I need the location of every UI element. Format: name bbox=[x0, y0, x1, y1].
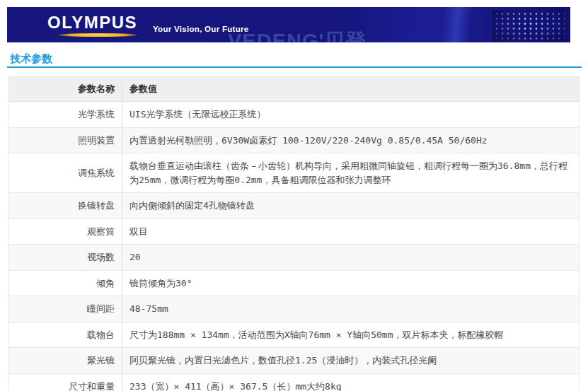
param-value-cell: UIS光学系统（无限远校正系统） bbox=[122, 102, 580, 128]
spec-row: 光学系统 UIS光学系统（无限远校正系统） bbox=[9, 102, 580, 128]
spec-table-header-row: 参数名称 参数值 bbox=[9, 77, 580, 102]
spec-row: 换镜转盘 向内侧倾斜的固定4孔物镜转盘 bbox=[9, 193, 580, 219]
spec-table: 参数名称 参数值 光学系统 UIS光学系统（无限远校正系统） 照明装置 内置透射… bbox=[8, 76, 580, 391]
spec-row: 聚光镜 阿贝聚光镜，内置日光滤色片，数值孔径1.25（浸油时），内装式孔径光阑 bbox=[9, 348, 580, 374]
param-value-cell: 内置透射光柯勒照明，6V30W卤素灯 100-120V/220-240Vg 0.… bbox=[122, 127, 580, 153]
param-name-cell: 尺寸和重量 bbox=[9, 373, 122, 391]
param-name-cell: 观察筒 bbox=[9, 218, 122, 245]
param-value-cell: 48-75mm bbox=[122, 296, 580, 322]
param-value-cell: 20 bbox=[122, 245, 580, 271]
section-title-divider bbox=[7, 66, 582, 68]
olympus-logo: OLYMPUS bbox=[47, 13, 137, 33]
vedeng-watermark: VEDENG'贝登 bbox=[228, 28, 367, 42]
param-name-cell: 换镜转盘 bbox=[9, 193, 122, 219]
param-name-cell: 倾角 bbox=[9, 270, 122, 296]
param-name-cell: 照明装置 bbox=[9, 127, 122, 153]
param-name-cell: 聚光镜 bbox=[9, 348, 122, 374]
param-name-header: 参数名称 bbox=[9, 77, 122, 102]
spec-row: 尺寸和重量 233（宽）× 411（高）× 367.5（长）mm大约8kg bbox=[9, 373, 580, 391]
param-value-cell: 载物台垂直运动由滚柱（齿条－小齿轮）机构导向，采用粗微同轴旋钮，粗调行程每一圈为… bbox=[122, 153, 580, 193]
gold-swoosh-underline bbox=[48, 33, 147, 37]
spec-row: 倾角 镜筒倾角为30° bbox=[9, 270, 580, 296]
param-name-cell: 瞳间距 bbox=[9, 296, 122, 322]
param-name-cell: 视场数 bbox=[9, 245, 122, 271]
olympus-banner: OLYMPUS Your Vision, Our Future VEDENG'贝… bbox=[7, 7, 570, 42]
param-name-cell: 载物台 bbox=[9, 322, 122, 348]
param-value-cell: 阿贝聚光镜，内置日光滤色片，数值孔径1.25（浸油时），内装式孔径光阑 bbox=[122, 348, 580, 374]
spec-row: 调焦系统 载物台垂直运动由滚柱（齿条－小齿轮）机构导向，采用粗微同轴旋钮，粗调行… bbox=[9, 153, 580, 193]
param-value-cell: 镜筒倾角为30° bbox=[122, 270, 580, 296]
spec-row: 载物台 尺寸为188mm × 134mm，活动范围为X轴向76mm × Y轴向5… bbox=[9, 322, 580, 348]
param-name-cell: 光学系统 bbox=[9, 102, 122, 128]
param-value-cell: 尺寸为188mm × 134mm，活动范围为X轴向76mm × Y轴向50mm，… bbox=[122, 322, 580, 348]
param-name-cell: 调焦系统 bbox=[9, 153, 122, 193]
param-value-cell: 向内侧倾斜的固定4孔物镜转盘 bbox=[122, 193, 580, 219]
param-value-header: 参数值 bbox=[122, 77, 580, 102]
section-title: 技术参数 bbox=[10, 52, 52, 66]
spec-table-body: 光学系统 UIS光学系统（无限远校正系统） 照明装置 内置透射光柯勒照明，6V3… bbox=[9, 102, 580, 391]
spec-row: 照明装置 内置透射光柯勒照明，6V30W卤素灯 100-120V/220-240… bbox=[9, 127, 580, 153]
param-value-cell: 双目 bbox=[122, 218, 580, 245]
param-value-cell: 233（宽）× 411（高）× 367.5（长）mm大约8kg bbox=[122, 373, 580, 391]
spec-row: 观察筒 双目 bbox=[9, 218, 580, 245]
light-streak-decoration bbox=[439, 7, 473, 42]
spec-row: 视场数 20 bbox=[9, 245, 580, 271]
spec-row: 瞳间距 48-75mm bbox=[9, 296, 580, 322]
dot-grid-pattern bbox=[492, 10, 565, 41]
